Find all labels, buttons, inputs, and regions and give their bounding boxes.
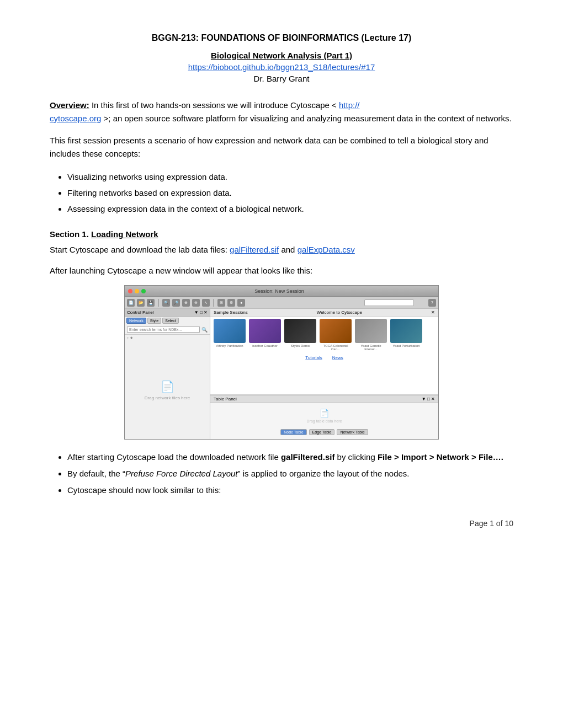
cy-window-title: Session: New Session bbox=[146, 288, 413, 294]
bullet-item: Assessing expression data in the context… bbox=[67, 201, 513, 216]
bb1-text1: By default, the “ bbox=[67, 469, 125, 478]
cy-thumb-2: Styles Demo bbox=[284, 319, 316, 351]
section1-text3: After launching Cytoscape a new window w… bbox=[50, 264, 513, 277]
cy-main: Sample Sessions Welcome to Cytoscape ✕ A… bbox=[210, 309, 438, 439]
cy-icon-layout: ⊞ bbox=[217, 299, 225, 307]
course-title: BGGN-213: FOUNDATIONS OF BIOINFORMATICS … bbox=[50, 33, 513, 43]
cy-icon-zoom3: ⊕ bbox=[182, 299, 190, 307]
cy-icon-fit: ⤡ bbox=[202, 299, 210, 307]
overview-text1: In this first of two hands-on sessions w… bbox=[89, 100, 339, 110]
cy-thumb-img-1 bbox=[249, 319, 281, 343]
bullets-list-1: Visualizing networks using expression da… bbox=[67, 169, 513, 216]
bb1-italic: Prefuse Force Directed Layout bbox=[125, 469, 237, 478]
cy-thumb-label-1: isochor Coauthor bbox=[252, 344, 278, 347]
author: Dr. Barry Grant bbox=[50, 74, 513, 83]
cy-drag-icon: 📄 bbox=[161, 380, 174, 393]
cy-thumb-5: Yeast Perturbation bbox=[390, 319, 422, 351]
bb0-text2: by clicking bbox=[334, 452, 378, 462]
cy-welcome-header: Sample Sessions Welcome to Cytoscape ✕ bbox=[210, 309, 438, 317]
cy-icon-misc1: ⚙ bbox=[227, 299, 235, 307]
bb2-text1: Cytoscape should now look similar to thi… bbox=[67, 485, 221, 495]
cy-table-drag-label: Drag table data here bbox=[307, 419, 342, 423]
cy-panel-controls: ▼ □ ✕ bbox=[194, 310, 208, 315]
overview-label: Overview: bbox=[50, 100, 89, 110]
cy-thumb-label-0: Affinity Purification bbox=[216, 344, 243, 347]
cy-table-tabs: Node Table Edge Table Network Table bbox=[210, 428, 438, 436]
cy-thumb-label-2: Styles Demo bbox=[291, 344, 310, 347]
cy-close-dot bbox=[128, 289, 132, 293]
cy-thumb-0: Affinity Purification bbox=[214, 319, 246, 351]
cy-body: Control Panel ▼ □ ✕ Network Style Select… bbox=[125, 309, 438, 439]
cy-sample-sessions: Affinity Purification isochor Coauthor S… bbox=[210, 317, 438, 353]
cy-left-panel: Control Panel ▼ □ ✕ Network Style Select… bbox=[125, 309, 210, 439]
cy-tutorials-link: Tutorials bbox=[305, 355, 322, 360]
galexpdata-link[interactable]: galExpData.csv bbox=[298, 245, 355, 254]
cy-thumbnails: Affinity Purification isochor Coauthor S… bbox=[214, 319, 435, 351]
bottom-bullets-list: After starting Cytoscape load the downlo… bbox=[67, 451, 513, 497]
cy-ttab-network: Network Table bbox=[337, 429, 368, 435]
cy-icon-open: 📂 bbox=[137, 299, 145, 307]
bb0-text1: After starting Cytoscape load the downlo… bbox=[67, 452, 281, 462]
lecture-url: https://bioboot.github.io/bggn213_S18/le… bbox=[50, 62, 513, 72]
cy-welcome-x: ✕ bbox=[431, 310, 435, 315]
cy-thumb-label-4: Yeast Genetic Interac... bbox=[355, 344, 387, 351]
bottom-bullet-0: After starting Cytoscape load the downlo… bbox=[67, 451, 513, 464]
section1-intro: Start Cytoscape and download the lab dat… bbox=[50, 245, 230, 254]
cy-welcome-footer: Tutorials News bbox=[210, 353, 438, 362]
cy-search-input[interactable] bbox=[127, 326, 200, 333]
cy-control-panel-label: Control Panel bbox=[127, 310, 153, 315]
cy-toolbar: 📄 📂 💾 🔍 🔎 ⊕ ⊖ ⤡ ⊞ ⚙ ● ? bbox=[125, 297, 438, 309]
cy-thumb-3: TCGA Colorectal Can... bbox=[320, 319, 352, 351]
bullet-item: Filtering networks based on expression d… bbox=[67, 185, 513, 200]
section1-header: Section 1. Loading Network bbox=[50, 229, 513, 239]
cy-window-controls bbox=[128, 289, 146, 293]
cy-thumb-1: isochor Coauthor bbox=[249, 319, 281, 351]
cy-welcome-panel: Sample Sessions Welcome to Cytoscape ✕ A… bbox=[210, 309, 438, 395]
cy-ttab-node: Node Table bbox=[280, 429, 306, 435]
cy-icon-help: ? bbox=[428, 299, 436, 307]
cy-tab-style: Style bbox=[147, 318, 162, 324]
cytoscape-screenshot: Session: New Session 📄 📂 💾 🔍 🔎 ⊕ ⊖ ⤡ ⊞ ⚙… bbox=[124, 285, 439, 440]
bb0-bold1: galFiltered.sif bbox=[281, 452, 335, 462]
cy-welcome-label: Welcome to Cytoscape bbox=[317, 310, 362, 315]
cy-table-panel-label: Table Panel bbox=[214, 397, 237, 402]
cy-table-body: 📄 Drag table data here bbox=[210, 403, 438, 428]
cy-icon-zoom2: 🔎 bbox=[172, 299, 180, 307]
cy-icon-misc2: ● bbox=[237, 299, 245, 307]
cy-thumb-img-3 bbox=[320, 319, 352, 343]
overview-block: Overview: In this first of two hands-on … bbox=[50, 99, 513, 125]
section1-and: and bbox=[281, 245, 297, 254]
cy-tab-network: Network bbox=[126, 318, 146, 324]
bb0-bold2: File > Import > Network > File…. bbox=[378, 452, 503, 462]
cy-network-area: 📄 Drag network files here bbox=[125, 341, 210, 439]
cy-drag-label: Drag network files here bbox=[145, 395, 190, 400]
paragraph1: This first session presents a scenario o… bbox=[50, 134, 513, 160]
bullet-item: Visualizing networks using expression da… bbox=[67, 169, 513, 184]
section1-text1: Start Cytoscape and download the lab dat… bbox=[50, 243, 513, 256]
cy-thumb-4: Yeast Genetic Interac... bbox=[355, 319, 387, 351]
cy-search: 🔍 bbox=[125, 325, 210, 335]
cy-thumb-img-4 bbox=[355, 319, 387, 343]
cy-icon-new: 📄 bbox=[127, 299, 135, 307]
cy-thumb-img-0 bbox=[214, 319, 246, 343]
section1-label: Section 1. bbox=[50, 229, 89, 239]
bottom-bullet-2: Cytoscape should now look similar to thi… bbox=[67, 484, 513, 497]
cy-maximize-dot bbox=[141, 289, 146, 293]
cy-sample-sessions-label: Sample Sessions bbox=[214, 310, 248, 315]
cy-table-controls: ▼ □ ✕ bbox=[422, 397, 435, 402]
cy-table-header: Table Panel ▼ □ ✕ bbox=[210, 395, 438, 403]
cy-ttab-edge: Edge Table bbox=[309, 429, 335, 435]
lecture-link[interactable]: https://bioboot.github.io/bggn213_S18/le… bbox=[188, 62, 375, 72]
cy-icon-zoom1: 🔍 bbox=[162, 299, 170, 307]
cy-table-panel: Table Panel ▼ □ ✕ 📄 Drag table data here… bbox=[210, 395, 438, 439]
cy-panel-tabs: Network Style Select bbox=[125, 317, 210, 325]
bb1-text2: ” is applied to organize the layout of t… bbox=[238, 469, 410, 478]
cy-tab-select: Select bbox=[162, 318, 178, 324]
cy-titlebar: Session: New Session bbox=[125, 286, 438, 297]
cy-table-drag-icon: 📄 bbox=[320, 409, 329, 417]
cy-icon-zoom4: ⊖ bbox=[192, 299, 200, 307]
cy-search-icon: 🔍 bbox=[201, 327, 208, 333]
cy-panel-header: Control Panel ▼ □ ✕ bbox=[125, 309, 210, 317]
cy-news-link: News bbox=[332, 355, 343, 360]
galfiltered-link[interactable]: galFiltered.sif bbox=[230, 245, 279, 254]
